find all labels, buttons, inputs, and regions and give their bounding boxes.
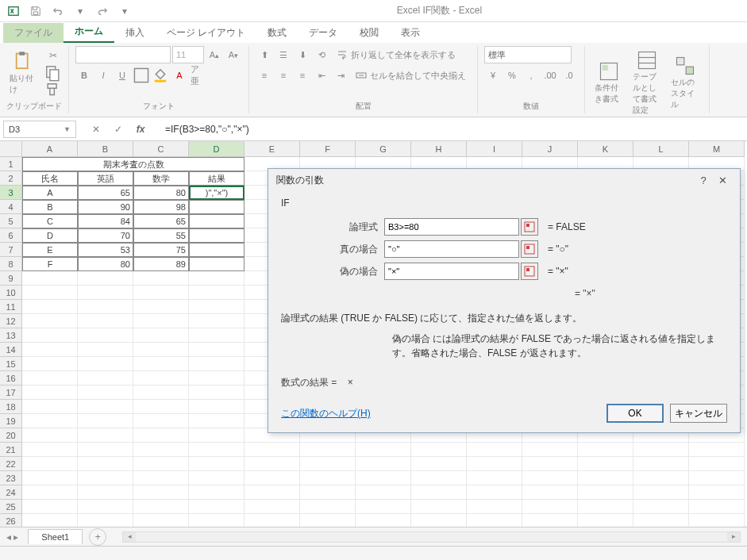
cell[interactable] <box>411 457 467 471</box>
cell[interactable] <box>133 471 189 485</box>
cell[interactable] <box>78 414 133 428</box>
cut-icon[interactable]: ✂ <box>44 48 62 63</box>
dialog-titlebar[interactable]: 関数の引数 ? ✕ <box>268 169 740 191</box>
cell[interactable] <box>633 485 689 500</box>
row-header[interactable]: 18 <box>0 400 22 414</box>
cell[interactable] <box>245 471 300 485</box>
cell[interactable] <box>300 443 356 457</box>
row-header[interactable]: 25 <box>0 500 22 514</box>
cell[interactable] <box>189 500 245 514</box>
cell[interactable] <box>633 443 689 457</box>
cell[interactable] <box>189 271 245 286</box>
cell[interactable]: D <box>22 228 78 243</box>
cell[interactable]: 65 <box>78 186 133 200</box>
format-table-button[interactable]: テーブルとして書式設定 <box>630 46 664 119</box>
paste-button[interactable]: 貼り付け <box>6 48 41 98</box>
cell[interactable] <box>578 485 633 500</box>
cell[interactable] <box>189 414 245 428</box>
row-header[interactable]: 3 <box>0 186 22 200</box>
column-header[interactable]: E <box>245 141 300 157</box>
cell[interactable] <box>245 457 300 471</box>
cell[interactable]: 80 <box>78 257 133 271</box>
cell[interactable] <box>22 385 78 400</box>
cell[interactable]: E <box>22 243 78 257</box>
align-middle-icon[interactable]: ☰ <box>275 46 292 63</box>
scroll-left-icon[interactable]: ◂ <box>123 532 136 542</box>
cell[interactable] <box>245 500 300 514</box>
cell[interactable] <box>189 457 245 471</box>
scroll-right-icon[interactable]: ▸ <box>727 532 740 542</box>
cell[interactable] <box>245 443 300 457</box>
cell[interactable] <box>22 314 78 328</box>
cell[interactable] <box>300 500 356 514</box>
cell[interactable] <box>133 428 189 443</box>
cell[interactable]: 氏名 <box>22 171 78 186</box>
row-header[interactable]: 16 <box>0 371 22 385</box>
cell[interactable] <box>22 500 78 514</box>
cell[interactable] <box>633 471 689 485</box>
save-icon[interactable] <box>25 2 46 21</box>
row-header[interactable]: 7 <box>0 243 22 257</box>
cell[interactable]: 結果 <box>189 171 245 186</box>
border-button[interactable] <box>133 67 150 84</box>
cell[interactable]: B <box>22 200 78 214</box>
cell[interactable] <box>189 228 245 243</box>
cell[interactable]: C <box>22 214 78 228</box>
cell[interactable] <box>133 385 189 400</box>
cell[interactable] <box>189 357 245 371</box>
italic-button[interactable]: I <box>94 67 112 84</box>
tab-home[interactable]: ホーム <box>64 21 114 43</box>
row-header[interactable]: 4 <box>0 200 22 214</box>
row-header[interactable]: 11 <box>0 300 22 314</box>
cell[interactable] <box>467 443 522 457</box>
row-header[interactable]: 14 <box>0 343 22 357</box>
cell[interactable] <box>22 471 78 485</box>
cell[interactable] <box>189 200 245 214</box>
horizontal-scrollbar[interactable]: ◂ ▸ <box>122 531 741 543</box>
percent-format-icon[interactable]: % <box>503 67 521 84</box>
cell[interactable] <box>78 500 133 514</box>
decrease-indent-icon[interactable]: ⇤ <box>313 67 330 84</box>
cell[interactable] <box>22 371 78 385</box>
cell[interactable]: 98 <box>133 200 189 214</box>
row-header[interactable]: 2 <box>0 171 22 186</box>
column-header[interactable]: K <box>578 141 633 157</box>
cell[interactable] <box>578 457 633 471</box>
cell[interactable]: 53 <box>78 243 133 257</box>
row-header[interactable]: 23 <box>0 471 22 485</box>
comma-format-icon[interactable]: , <box>522 67 540 84</box>
cell[interactable] <box>22 400 78 414</box>
cell[interactable] <box>133 485 189 500</box>
qat-customize-icon[interactable]: ▾ <box>114 2 135 21</box>
underline-button[interactable]: U <box>114 67 131 84</box>
sheet-nav[interactable]: ◂ ▸ <box>6 531 18 543</box>
cell[interactable] <box>22 328 78 343</box>
format-painter-icon[interactable] <box>44 82 62 98</box>
cell[interactable] <box>522 485 578 500</box>
cell[interactable] <box>689 485 745 500</box>
cell[interactable] <box>133 371 189 385</box>
name-box[interactable]: D3 ▼ <box>3 121 76 138</box>
namebox-dropdown-icon[interactable]: ▼ <box>64 125 71 133</box>
cell[interactable]: 89 <box>133 257 189 271</box>
cell[interactable] <box>578 500 633 514</box>
redo-icon[interactable] <box>92 2 113 21</box>
cell[interactable]: 英語 <box>78 171 133 186</box>
column-header[interactable]: J <box>522 141 578 157</box>
cell[interactable] <box>78 457 133 471</box>
row-header[interactable]: 22 <box>0 457 22 471</box>
cell[interactable] <box>689 443 745 457</box>
cell[interactable]: 65 <box>133 214 189 228</box>
undo-icon[interactable] <box>48 2 68 21</box>
cell[interactable] <box>22 271 78 286</box>
bold-button[interactable]: B <box>75 67 93 84</box>
increase-decimal-icon[interactable]: .00 <box>541 67 559 84</box>
cell[interactable] <box>411 443 467 457</box>
cell[interactable] <box>578 443 633 457</box>
dialog-help-icon[interactable]: ? <box>694 172 713 188</box>
cell[interactable] <box>522 500 578 514</box>
cell[interactable] <box>356 471 411 485</box>
ok-button[interactable]: OK <box>606 404 664 423</box>
number-format-select[interactable] <box>484 46 572 63</box>
align-bottom-icon[interactable]: ⬇ <box>294 46 311 63</box>
